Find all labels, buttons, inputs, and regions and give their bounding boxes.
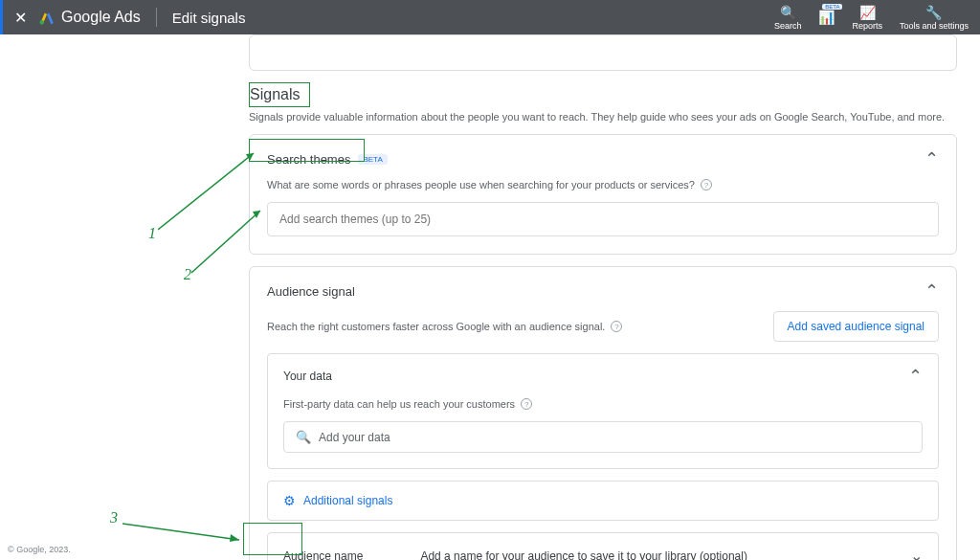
content: Signals Signals provide valuable informa… bbox=[0, 34, 980, 560]
signals-title-highlight: Signals bbox=[249, 82, 310, 107]
chart-icon: 📊 bbox=[818, 10, 835, 25]
help-icon[interactable]: ? bbox=[611, 321, 622, 332]
content-inner: Signals Signals provide valuable informa… bbox=[249, 34, 957, 560]
nav-highlighted[interactable]: BETA 📊 bbox=[818, 10, 835, 26]
copyright: © Google, 2023. bbox=[8, 545, 71, 554]
additional-signals-row[interactable]: ⚙ Additional signals bbox=[267, 481, 939, 521]
nav-reports-label: Reports bbox=[852, 21, 882, 31]
nav-reports[interactable]: 📈 Reports bbox=[852, 5, 882, 31]
audience-name-hint: Add a name for your audience to save it … bbox=[420, 549, 853, 561]
svg-line-3 bbox=[191, 211, 260, 273]
audience-helper: Reach the right customers faster across … bbox=[267, 321, 622, 332]
annotation-3: 3 bbox=[110, 509, 118, 526]
logo[interactable]: Google Ads bbox=[38, 9, 141, 26]
beta-badge: BETA bbox=[822, 4, 842, 10]
annotation-box-save bbox=[243, 523, 302, 555]
product-name: Google Ads bbox=[61, 9, 141, 26]
annotation-1: 1 bbox=[148, 225, 156, 242]
divider bbox=[156, 8, 157, 27]
help-icon[interactable]: ? bbox=[701, 179, 712, 190]
search-themes-body: What are some words or phrases people us… bbox=[250, 179, 956, 254]
your-data-helper: First-party data can help us reach your … bbox=[283, 398, 923, 410]
chevron-down-icon: ⌄ bbox=[910, 547, 923, 560]
svg-marker-2 bbox=[246, 153, 254, 161]
add-saved-audience-button[interactable]: Add saved audience signal bbox=[773, 311, 939, 342]
annotation-2: 2 bbox=[184, 266, 191, 283]
chevron-up-icon[interactable]: ⌃ bbox=[908, 366, 923, 387]
search-icon: 🔍 bbox=[296, 430, 311, 444]
nav-tools[interactable]: 🔧 Tools and settings bbox=[900, 5, 969, 31]
top-card-stub bbox=[249, 34, 957, 71]
search-themes-helper-text: What are some words or phrases people us… bbox=[267, 179, 695, 190]
topbar-left: ✕ Google Ads Edit signals bbox=[14, 8, 245, 27]
search-icon: 🔍 bbox=[780, 5, 796, 20]
google-ads-icon bbox=[38, 9, 56, 26]
add-data-input[interactable]: 🔍 Add your data bbox=[283, 421, 923, 453]
add-data-placeholder: Add your data bbox=[319, 431, 390, 444]
svg-marker-6 bbox=[230, 534, 239, 542]
signals-title: Signals bbox=[250, 86, 300, 102]
your-data-title: Your data bbox=[283, 370, 332, 383]
audience-header: Audience signal ⌃ bbox=[250, 267, 956, 311]
audience-helper-row: Reach the right customers faster across … bbox=[267, 311, 939, 342]
additional-signals-text: Additional signals bbox=[303, 494, 392, 507]
nav-search-label: Search bbox=[774, 21, 802, 31]
your-data-body: First-party data can help us reach your … bbox=[268, 398, 938, 468]
arrow-2 bbox=[191, 206, 268, 278]
audience-card: Audience signal ⌃ Reach the right custom… bbox=[249, 266, 957, 560]
search-themes-helper: What are some words or phrases people us… bbox=[267, 179, 939, 190]
nav-search[interactable]: 🔍 Search bbox=[774, 5, 802, 31]
svg-line-5 bbox=[122, 524, 239, 540]
chevron-up-icon[interactable]: ⌃ bbox=[924, 148, 939, 169]
annotation-box-themes bbox=[249, 139, 365, 162]
arrow-3 bbox=[122, 519, 247, 548]
reports-icon: 📈 bbox=[859, 5, 876, 20]
signals-header: Signals Signals provide valuable informa… bbox=[249, 82, 957, 123]
close-icon[interactable]: ✕ bbox=[14, 9, 27, 27]
signals-subtitle: Signals provide valuable information abo… bbox=[249, 111, 957, 123]
chevron-up-icon[interactable]: ⌃ bbox=[924, 280, 939, 302]
your-data-helper-text: First-party data can help us reach your … bbox=[283, 398, 515, 410]
search-themes-input[interactable] bbox=[267, 202, 939, 236]
gear-icon: ⚙ bbox=[283, 493, 296, 508]
svg-point-0 bbox=[40, 20, 45, 25]
topbar-right: 🔍 Search BETA 📊 📈 Reports 🔧 Tools and se… bbox=[774, 5, 969, 31]
your-data-section: Your data ⌃ First-party data can help us… bbox=[267, 353, 939, 469]
top-bar: ✕ Google Ads Edit signals 🔍 Search BETA … bbox=[0, 0, 980, 34]
audience-title: Audience signal bbox=[267, 284, 355, 299]
audience-helper-text: Reach the right customers faster across … bbox=[267, 321, 605, 332]
audience-name-row[interactable]: Audience name Add a name for your audien… bbox=[267, 532, 939, 560]
audience-body: Reach the right customers faster across … bbox=[250, 311, 956, 560]
your-data-header: Your data ⌃ bbox=[268, 354, 938, 398]
wrench-icon: 🔧 bbox=[925, 5, 942, 20]
nav-tools-label: Tools and settings bbox=[900, 21, 969, 31]
page-title: Edit signals bbox=[172, 10, 246, 26]
help-icon[interactable]: ? bbox=[521, 398, 532, 410]
